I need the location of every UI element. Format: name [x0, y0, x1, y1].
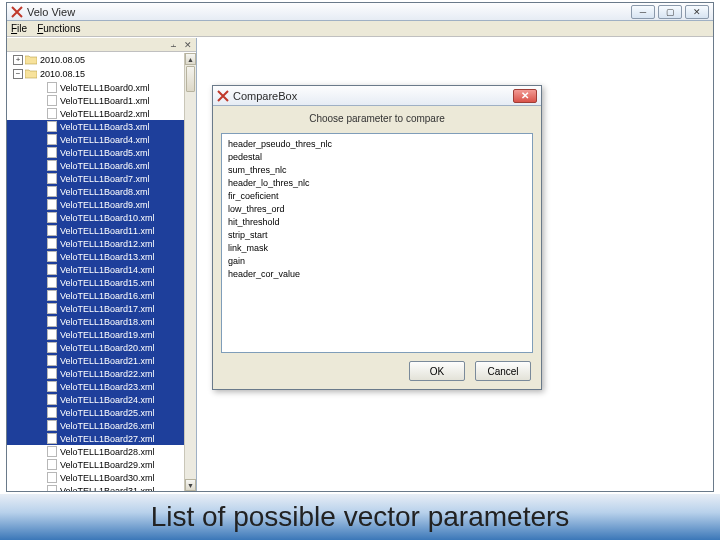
tree-leaf[interactable]: VeloTELL1Board16.xml — [7, 289, 184, 302]
file-icon — [47, 420, 57, 431]
tree-leaf[interactable]: VeloTELL1Board14.xml — [7, 263, 184, 276]
file-icon — [47, 251, 57, 262]
folder-icon — [25, 69, 37, 79]
treeview[interactable]: +2010.08.05−2010.08.15VeloTELL1Board0.xm… — [7, 53, 184, 491]
tree-leaf[interactable]: VeloTELL1Board11.xml — [7, 224, 184, 237]
list-option[interactable]: header_pseudo_thres_nlc — [228, 138, 526, 151]
list-option[interactable]: strip_start — [228, 229, 526, 242]
tree-leaf[interactable]: VeloTELL1Board15.xml — [7, 276, 184, 289]
tree-leaf[interactable]: VeloTELL1Board21.xml — [7, 354, 184, 367]
tree-leaf[interactable]: VeloTELL1Board10.xml — [7, 211, 184, 224]
scroll-thumb[interactable] — [186, 66, 195, 92]
dialog-buttons: OK Cancel — [409, 361, 531, 381]
tree-leaf-label: VeloTELL1Board8.xml — [60, 187, 150, 197]
list-option[interactable]: link_mask — [228, 242, 526, 255]
tree-leaf-label: VeloTELL1Board25.xml — [60, 408, 155, 418]
tree-leaf[interactable]: VeloTELL1Board18.xml — [7, 315, 184, 328]
tree-leaf[interactable]: VeloTELL1Board0.xml — [7, 81, 184, 94]
file-icon — [47, 277, 57, 288]
tree-leaf[interactable]: VeloTELL1Board3.xml — [7, 120, 184, 133]
dialog-title: CompareBox — [233, 90, 513, 102]
file-icon — [47, 342, 57, 353]
tree-leaf[interactable]: VeloTELL1Board25.xml — [7, 406, 184, 419]
dock-header: ⫠ ✕ — [7, 38, 196, 52]
tree-leaf-label: VeloTELL1Board19.xml — [60, 330, 155, 340]
dialog-close-button[interactable]: ✕ — [513, 89, 537, 103]
dialog-prompt: Choose parameter to compare — [217, 107, 537, 128]
tree-leaf[interactable]: VeloTELL1Board24.xml — [7, 393, 184, 406]
tree-leaf[interactable]: VeloTELL1Board8.xml — [7, 185, 184, 198]
tree-leaf[interactable]: VeloTELL1Board31.xml — [7, 484, 184, 491]
tree-leaf[interactable]: VeloTELL1Board29.xml — [7, 458, 184, 471]
tree-leaf-label: VeloTELL1Board27.xml — [60, 434, 155, 444]
window-buttons: ─ ▢ ✕ — [631, 5, 709, 19]
tree-leaf-label: VeloTELL1Board28.xml — [60, 447, 155, 457]
dock-close-icon[interactable]: ✕ — [184, 40, 192, 50]
maximize-button[interactable]: ▢ — [658, 5, 682, 19]
tree-leaf[interactable]: VeloTELL1Board17.xml — [7, 302, 184, 315]
tree-leaf-label: VeloTELL1Board30.xml — [60, 473, 155, 483]
tree-scrollbar[interactable]: ▲ ▼ — [184, 53, 196, 491]
file-icon — [47, 212, 57, 223]
close-button[interactable]: ✕ — [685, 5, 709, 19]
file-icon — [47, 485, 57, 491]
tree-leaf-label: VeloTELL1Board4.xml — [60, 135, 150, 145]
tree-node[interactable]: −2010.08.15 — [7, 67, 184, 81]
tree-leaf-label: VeloTELL1Board20.xml — [60, 343, 155, 353]
tree-leaf[interactable]: VeloTELL1Board22.xml — [7, 367, 184, 380]
list-option[interactable]: header_lo_thres_nlc — [228, 177, 526, 190]
ok-button[interactable]: OK — [409, 361, 465, 381]
expander-icon[interactable]: + — [13, 55, 23, 65]
list-option[interactable]: sum_thres_nlc — [228, 164, 526, 177]
menu-functions[interactable]: Functions — [37, 23, 80, 34]
list-option[interactable]: pedestal — [228, 151, 526, 164]
tree-leaf[interactable]: VeloTELL1Board13.xml — [7, 250, 184, 263]
file-icon — [47, 95, 57, 106]
tree-leaf[interactable]: VeloTELL1Board12.xml — [7, 237, 184, 250]
tree-leaf[interactable]: VeloTELL1Board9.xml — [7, 198, 184, 211]
dialog-titlebar[interactable]: CompareBox ✕ — [213, 86, 541, 106]
tree-leaf[interactable]: VeloTELL1Board6.xml — [7, 159, 184, 172]
tree-leaf[interactable]: VeloTELL1Board23.xml — [7, 380, 184, 393]
scroll-down-button[interactable]: ▼ — [185, 479, 196, 491]
tree-leaf[interactable]: VeloTELL1Board28.xml — [7, 445, 184, 458]
tree-leaf[interactable]: VeloTELL1Board5.xml — [7, 146, 184, 159]
file-icon — [47, 316, 57, 327]
tree-leaf-label: VeloTELL1Board15.xml — [60, 278, 155, 288]
tree-leaf[interactable]: VeloTELL1Board27.xml — [7, 432, 184, 445]
expander-icon[interactable]: − — [13, 69, 23, 79]
tree-leaf-label: VeloTELL1Board2.xml — [60, 109, 150, 119]
tree-leaf[interactable]: VeloTELL1Board30.xml — [7, 471, 184, 484]
tree-leaf-label: VeloTELL1Board31.xml — [60, 486, 155, 492]
tree-leaf-label: VeloTELL1Board16.xml — [60, 291, 155, 301]
menu-file[interactable]: File — [11, 23, 27, 34]
tree-leaf[interactable]: VeloTELL1Board1.xml — [7, 94, 184, 107]
dialog-x-icon — [217, 90, 229, 102]
file-icon — [47, 225, 57, 236]
parameter-listbox[interactable]: header_pseudo_thres_nlcpedestalsum_thres… — [221, 133, 533, 353]
tree-leaf[interactable]: VeloTELL1Board26.xml — [7, 419, 184, 432]
list-option[interactable]: header_cor_value — [228, 268, 526, 281]
tree-leaf-label: VeloTELL1Board10.xml — [60, 213, 155, 223]
list-option[interactable]: fir_coeficient — [228, 190, 526, 203]
list-option[interactable]: gain — [228, 255, 526, 268]
tree-node[interactable]: +2010.08.05 — [7, 53, 184, 67]
minimize-button[interactable]: ─ — [631, 5, 655, 19]
tree-leaf[interactable]: VeloTELL1Board20.xml — [7, 341, 184, 354]
tree-leaf-label: VeloTELL1Board13.xml — [60, 252, 155, 262]
list-option[interactable]: hit_threshold — [228, 216, 526, 229]
tree-leaf[interactable]: VeloTELL1Board2.xml — [7, 107, 184, 120]
tree-leaf[interactable]: VeloTELL1Board4.xml — [7, 133, 184, 146]
file-icon — [47, 160, 57, 171]
list-option[interactable]: low_thres_ord — [228, 203, 526, 216]
folder-icon — [25, 55, 37, 65]
scroll-up-button[interactable]: ▲ — [185, 53, 196, 65]
main-titlebar[interactable]: Velo View ─ ▢ ✕ — [7, 3, 713, 21]
dock-pin-icon[interactable]: ⫠ — [169, 40, 178, 50]
tree-leaf[interactable]: VeloTELL1Board7.xml — [7, 172, 184, 185]
file-icon — [47, 238, 57, 249]
file-icon — [47, 134, 57, 145]
tree-leaf-label: VeloTELL1Board5.xml — [60, 148, 150, 158]
tree-leaf[interactable]: VeloTELL1Board19.xml — [7, 328, 184, 341]
cancel-button[interactable]: Cancel — [475, 361, 531, 381]
